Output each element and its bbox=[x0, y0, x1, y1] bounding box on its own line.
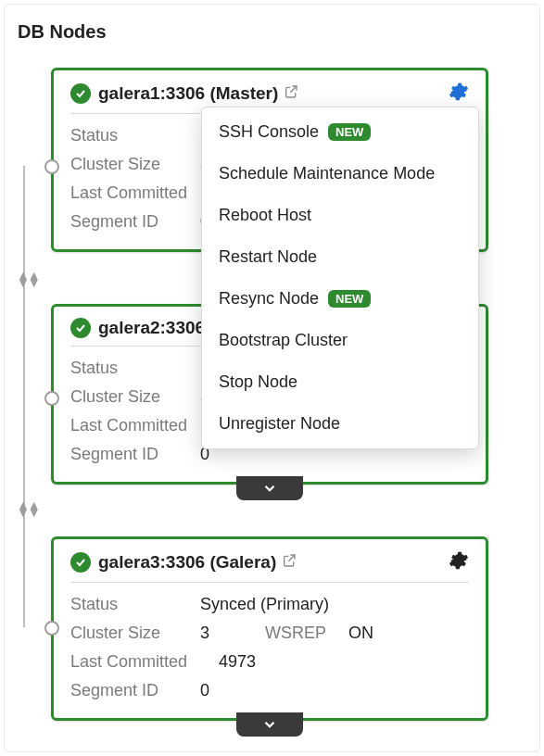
menu-schedule-maintenance[interactable]: Schedule Maintenance Mode bbox=[202, 153, 478, 195]
connector-knob bbox=[44, 159, 59, 174]
segment-id-value: 0 bbox=[200, 681, 209, 700]
connector-knob bbox=[44, 391, 59, 406]
menu-restart-node[interactable]: Restart Node bbox=[202, 236, 478, 278]
connector-arrows: ▲▲▼▼ bbox=[17, 271, 39, 286]
connector-line bbox=[23, 166, 25, 627]
connector-knob bbox=[44, 621, 59, 636]
db-nodes-panel: DB Nodes ▲▲▼▼ ▲▲▼▼ galera1:3306 (Master)… bbox=[4, 4, 540, 752]
new-badge: NEW bbox=[328, 123, 371, 141]
segment-id-label: Segment ID bbox=[70, 445, 200, 464]
status-label: Status bbox=[70, 359, 200, 378]
last-committed-label: Last Committed bbox=[70, 652, 219, 672]
node-title[interactable]: galera1:3306 (Master) bbox=[98, 83, 278, 104]
menu-bootstrap-cluster[interactable]: Bootstrap Cluster bbox=[202, 320, 478, 361]
cluster-size-label: Cluster Size bbox=[70, 387, 200, 407]
gear-icon[interactable] bbox=[449, 550, 469, 574]
cluster-size-label: Cluster Size bbox=[70, 155, 200, 174]
status-ok-icon bbox=[70, 552, 91, 573]
new-badge: NEW bbox=[328, 290, 371, 308]
menu-reboot-host[interactable]: Reboot Host bbox=[202, 195, 478, 236]
wsrep-value: ON bbox=[348, 624, 373, 643]
cluster-size-label: Cluster Size bbox=[70, 624, 200, 643]
last-committed-label: Last Committed bbox=[70, 416, 200, 435]
panel-title: DB Nodes bbox=[5, 5, 539, 43]
external-link-icon[interactable] bbox=[284, 84, 298, 103]
status-ok-icon bbox=[70, 83, 91, 104]
node-actions-menu: SSH ConsoleNEW Schedule Maintenance Mode… bbox=[201, 107, 479, 449]
cluster-size-value: 3 bbox=[200, 624, 209, 643]
menu-resync-node[interactable]: Resync NodeNEW bbox=[202, 278, 478, 320]
expand-button[interactable] bbox=[236, 476, 303, 500]
external-link-icon[interactable] bbox=[282, 553, 297, 572]
db-node-card: galera3:3306 (Galera) StatusSynced (Prim… bbox=[51, 536, 488, 721]
menu-stop-node[interactable]: Stop Node bbox=[202, 361, 478, 403]
expand-button[interactable] bbox=[236, 712, 303, 737]
wsrep-label: WSREP bbox=[265, 624, 348, 643]
status-ok-icon bbox=[70, 318, 91, 338]
status-label: Status bbox=[70, 595, 200, 614]
last-committed-value: 4973 bbox=[219, 652, 256, 672]
last-committed-label: Last Committed bbox=[70, 183, 200, 203]
menu-ssh-console[interactable]: SSH ConsoleNEW bbox=[202, 111, 478, 153]
status-label: Status bbox=[70, 126, 200, 145]
menu-unregister-node[interactable]: Unregister Node bbox=[202, 403, 478, 445]
segment-id-label: Segment ID bbox=[70, 681, 200, 700]
connector-arrows: ▲▲▼▼ bbox=[17, 501, 39, 516]
segment-id-label: Segment ID bbox=[70, 212, 200, 232]
node-title[interactable]: galera3:3306 (Galera) bbox=[98, 552, 276, 573]
node-title[interactable]: galera2:3306 bbox=[98, 318, 205, 338]
status-value: Synced (Primary) bbox=[200, 595, 329, 614]
gear-icon[interactable] bbox=[449, 82, 469, 106]
